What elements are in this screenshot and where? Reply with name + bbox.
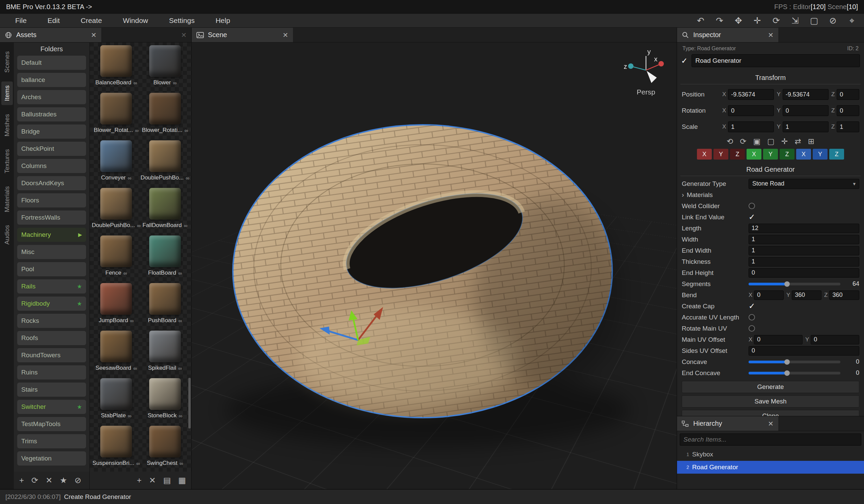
folder-item-fortresswalls[interactable]: FortressWalls — [17, 210, 86, 225]
tab-hierarchy[interactable]: Hierarchy ✕ — [677, 416, 778, 431]
tab-inspector[interactable]: Inspector ✕ — [677, 28, 778, 42]
bend-x-input[interactable] — [754, 291, 784, 300]
object-enabled-checkbox[interactable]: ✓ — [681, 57, 687, 65]
scale-z-input[interactable] — [837, 121, 859, 132]
folder-item-columns[interactable]: Columns — [17, 159, 86, 173]
reset-rotation-icon[interactable]: ⟲ — [727, 137, 733, 146]
length-input[interactable] — [748, 224, 859, 233]
close-hierarchy-icon[interactable]: ✕ — [768, 420, 773, 428]
folder-item-misc[interactable]: Misc — [17, 245, 86, 259]
position-y-input[interactable] — [783, 89, 829, 100]
rotate-tool-icon[interactable]: ⟳ — [771, 15, 782, 26]
end-concave-slider[interactable] — [748, 372, 840, 374]
side-tab-audios[interactable]: Audios — [1, 221, 13, 249]
asset-item-pushboard[interactable]: PushBoard∞ — [141, 283, 190, 331]
axis-button-8-z[interactable]: Z — [829, 149, 844, 160]
slider-knob[interactable] — [784, 281, 790, 287]
side-tab-items[interactable]: Items — [1, 81, 13, 105]
swap-axes-icon[interactable]: ⇄ — [794, 137, 801, 146]
rotation-z-input[interactable] — [837, 105, 859, 116]
scale-x-input[interactable] — [728, 121, 774, 132]
hierarchy-item-road-generator[interactable]: 2Road Generator — [677, 461, 864, 474]
bend-y-input[interactable] — [792, 291, 821, 300]
folder-item-rigidbody[interactable]: Rigidbody★ — [17, 296, 86, 311]
object-name-input[interactable] — [692, 54, 860, 67]
delete-item-icon[interactable]: ✕ — [149, 476, 156, 485]
width-input[interactable] — [748, 235, 859, 244]
asset-item-balanceboard[interactable]: BalanceBoard∞ — [92, 45, 141, 93]
folder-item-floors[interactable]: Floors — [17, 193, 86, 208]
axis-button-2-z[interactable]: Z — [730, 149, 745, 160]
view-axis-gizmo[interactable]: y x z Persp — [624, 48, 664, 96]
paste-transform-icon[interactable]: ▢ — [767, 137, 775, 146]
position-z-input[interactable] — [837, 89, 859, 100]
move-gizmo-icon[interactable]: ✛ — [781, 137, 788, 146]
menu-help[interactable]: Help — [205, 16, 241, 25]
hierarchy-search-input[interactable] — [680, 433, 861, 446]
folder-item-testmaptools[interactable]: TestMapTools — [17, 417, 86, 431]
hide-folder-icon[interactable]: ⊘ — [75, 476, 81, 485]
folder-item-bridge[interactable]: Bridge — [17, 124, 86, 139]
axis-button-5-z[interactable]: Z — [780, 149, 794, 160]
rotation-x-input[interactable] — [728, 105, 774, 116]
menu-file[interactable]: File — [5, 16, 37, 25]
asset-item-stoneblock[interactable]: StoneBlock∞ — [141, 378, 190, 426]
folder-item-default[interactable]: Default — [17, 56, 86, 70]
asset-grid-scrollbar[interactable] — [188, 378, 191, 428]
pivot-snap-icon[interactable]: ⌖ — [847, 15, 857, 26]
side-tab-materials[interactable]: Materials — [1, 182, 13, 216]
axis-button-0-x[interactable]: X — [697, 149, 712, 160]
axis-button-1-y[interactable]: Y — [713, 149, 728, 160]
asset-item-falldownboard[interactable]: FallDownBoard∞ — [141, 188, 190, 235]
asset-item-conveyer[interactable]: Conveyer∞ — [92, 140, 141, 188]
folder-item-pool[interactable]: Pool — [17, 262, 86, 276]
folder-item-doorsandkeys[interactable]: DoorsAndKeys — [17, 176, 86, 190]
folder-item-roundtowers[interactable]: RoundTowers — [17, 348, 86, 362]
folder-item-rails[interactable]: Rails★ — [17, 279, 86, 294]
folder-item-vegetation[interactable]: Vegetation — [17, 451, 86, 466]
asset-item-blower[interactable]: Blower∞ — [141, 45, 190, 93]
menu-settings[interactable]: Settings — [159, 16, 205, 25]
redo-icon[interactable]: ↷ — [714, 15, 725, 26]
asset-item-seesawboard[interactable]: SeesawBoard∞ — [92, 331, 141, 378]
favorite-folder-icon[interactable]: ★ — [60, 476, 67, 485]
scene-viewport[interactable]: y x z Persp — [192, 42, 677, 489]
close-inspector-icon[interactable]: ✕ — [768, 31, 773, 39]
sides-uv-offset-input[interactable] — [748, 346, 859, 356]
apply-rotation-icon[interactable]: ⟳ — [740, 137, 746, 146]
main-uv-offset-y-input[interactable] — [811, 335, 859, 344]
axis-button-7-y[interactable]: Y — [813, 149, 828, 160]
menu-edit[interactable]: Edit — [37, 16, 70, 25]
slider-knob[interactable] — [784, 370, 790, 376]
side-tab-meshes[interactable]: Meshes — [1, 110, 13, 141]
asset-item-doublepushbo[interactable]: DoublePushBo...∞ — [92, 188, 141, 235]
asset-item-stabplate[interactable]: StabPlate∞ — [92, 378, 141, 426]
asset-item-swingchest[interactable]: SwingChest∞ — [141, 426, 190, 471]
scale-tool-icon[interactable]: ⇲ — [790, 15, 801, 26]
asset-item-doublepushbo[interactable]: DoublePushBo...∞ — [141, 140, 190, 188]
copy-transform-icon[interactable]: ▣ — [753, 137, 761, 146]
thickness-input[interactable] — [748, 257, 859, 267]
move-tool-icon[interactable]: ✛ — [752, 15, 763, 26]
menu-window[interactable]: Window — [112, 16, 159, 25]
new-file-icon[interactable]: ▤ — [163, 476, 171, 485]
asset-item-spikedflail[interactable]: SpikedFlail∞ — [141, 331, 190, 378]
axis-button-6-x[interactable]: X — [796, 149, 811, 160]
hand-tool-icon[interactable]: ✥ — [733, 15, 744, 26]
close-scene-icon[interactable]: ✕ — [283, 31, 288, 39]
folder-item-rocks[interactable]: Rocks — [17, 314, 86, 328]
axis-button-4-y[interactable]: Y — [763, 149, 778, 160]
segments-slider[interactable] — [748, 283, 840, 285]
refresh-folders-icon[interactable]: ⟳ — [32, 476, 38, 485]
generator-type-dropdown[interactable]: Stone Road▾ — [748, 179, 859, 189]
side-tab-scenes[interactable]: Scenes — [1, 47, 13, 77]
create-cap-checkbox[interactable]: ✓ — [748, 302, 755, 310]
rect-tool-icon[interactable]: ▢ — [809, 15, 819, 26]
asset-item-suspensionbri[interactable]: SuspensionBri...∞ — [92, 426, 141, 471]
rotation-y-input[interactable] — [783, 105, 829, 116]
save-mesh-button[interactable]: Save Mesh — [682, 395, 859, 407]
menu-create[interactable]: Create — [70, 16, 112, 25]
folder-item-ballance[interactable]: ballance — [17, 73, 86, 87]
concave-slider[interactable] — [748, 361, 840, 363]
end-height-input[interactable] — [748, 268, 859, 278]
